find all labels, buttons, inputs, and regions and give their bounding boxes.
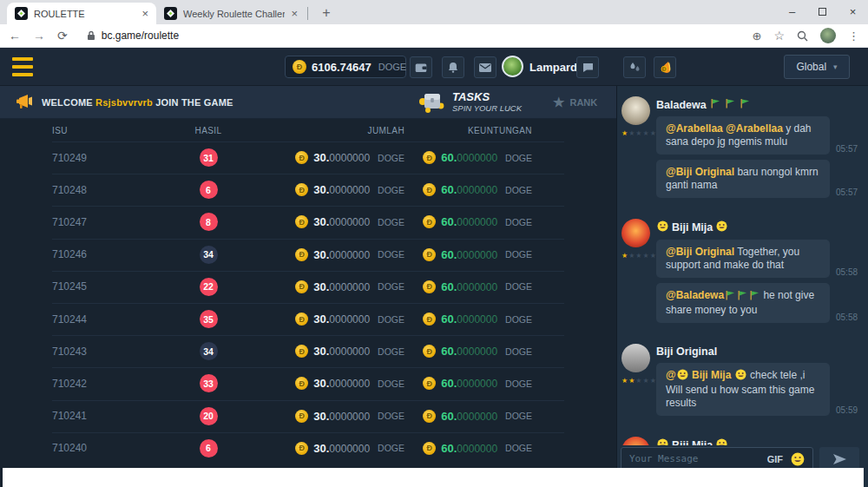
close-button[interactable]: × (838, 6, 868, 17)
chat-user-avatar[interactable] (621, 344, 650, 372)
balance-selector[interactable]: Ð 6106.74647 DOGE ▾ (285, 56, 406, 78)
search-icon[interactable] (797, 30, 808, 42)
site-favicon-icon (164, 7, 177, 20)
doge-coin-icon: Ð (423, 313, 436, 326)
roulette-result-ball: 35 (200, 310, 218, 328)
tasks-subtitle: SPIN YOUR LUCK (452, 103, 522, 113)
address-bar[interactable]: bc.game/roulette (80, 30, 740, 42)
rain-drops-icon (629, 62, 641, 73)
rain-button[interactable] (623, 56, 646, 78)
back-icon[interactable]: ← (9, 30, 21, 42)
round-id: 710242 (52, 378, 139, 390)
tab-title: Weekly Roulette Challenge - Win (183, 9, 285, 19)
chat-user-avatar[interactable] (621, 96, 650, 125)
welcome-prefix: WELCOME (42, 97, 93, 108)
doge-coin-icon: Ð (423, 280, 436, 293)
chat-username[interactable]: Biji Original (656, 346, 859, 358)
round-id: 710243 (52, 346, 139, 358)
tab-weekly-challenge[interactable]: Weekly Roulette Challenge - Win × (156, 3, 306, 24)
user-mention[interactable]: @Arabellaa (726, 122, 783, 135)
doge-coin-icon: Ð (295, 215, 308, 228)
chat-input-box[interactable]: GIF (621, 447, 813, 471)
flag-emoji (725, 98, 735, 111)
tab-roulette[interactable]: ROULETTE × (7, 3, 156, 24)
bet-amount: Ð30.0000000DOGE (278, 410, 404, 423)
table-row[interactable]: 710248 6 Ð30.0000000DOGE Ð60.0000000DOGE (0, 174, 616, 206)
maximize-button[interactable] (807, 6, 838, 17)
table-row[interactable]: 710245 22 Ð30.0000000DOGE Ð60.0000000DOG… (0, 271, 616, 303)
notifications-button[interactable] (442, 56, 464, 78)
roulette-result-ball: 31 (200, 148, 218, 167)
round-id: 710246 (52, 248, 139, 260)
user-mention[interactable]: @ (666, 369, 676, 381)
message-timestamp: 05:58 (836, 267, 858, 277)
doge-coin-icon: Ð (295, 248, 308, 261)
doge-coin-icon: Ð (423, 215, 436, 228)
table-row[interactable]: 710242 33 Ð30.0000000DOGE Ð60.0000000DOG… (0, 367, 616, 399)
chat-group: ★★★★★ Biji Mija @Biji Original Together,… (621, 219, 859, 328)
menu-hamburger-icon[interactable] (12, 57, 33, 76)
table-row[interactable]: 710243 34 Ð30.0000000DOGE Ð60.0000000DOG… (0, 335, 616, 367)
user-mention[interactable]: @Arabellaa (666, 122, 723, 135)
gif-button[interactable]: GIF (767, 454, 783, 464)
bet-profit: Ð60.0000000DOGE (404, 280, 532, 293)
send-message-button[interactable] (819, 447, 859, 471)
roulette-result-ball: 22 (200, 278, 218, 296)
doge-coin-icon: Ð (295, 442, 308, 455)
tab-close-icon[interactable]: × (291, 8, 298, 19)
menu-dots-icon[interactable]: ⋮ (848, 30, 859, 42)
doge-coin-icon: Ð (423, 345, 436, 358)
table-row[interactable]: 710246 34 Ð30.0000000DOGE Ð60.0000000DOG… (0, 239, 616, 271)
roulette-result-ball: 34 (200, 342, 218, 360)
table-row[interactable]: 710240 6 Ð30.0000000DOGE Ð60.0000000DOGE (0, 432, 616, 464)
round-id: 710248 (52, 184, 139, 196)
bookmark-star-icon[interactable]: ☆ (773, 30, 785, 42)
bet-profit: Ð60.0000000DOGE (404, 377, 532, 390)
bet-profit: Ð60.0000000DOGE (404, 183, 532, 196)
chat-user-avatar[interactable] (621, 219, 650, 247)
new-tab-button[interactable]: + (317, 3, 336, 23)
lock-icon (87, 30, 95, 41)
user-mention[interactable]: @Biji Original (666, 166, 734, 178)
column-header-profit: KEUNTUNGAN (404, 126, 532, 135)
bell-icon (448, 62, 458, 73)
chat-bubble-icon (582, 63, 594, 73)
chat-toggle-button[interactable] (576, 56, 599, 78)
doge-coin-icon: Ð (423, 183, 436, 196)
browser-profile-avatar[interactable] (820, 28, 836, 43)
chat-message-input[interactable] (629, 453, 760, 464)
coin-drop-button[interactable]: Ð (654, 56, 676, 78)
tasks-shortcut[interactable]: TASKS SPIN YOUR LUCK (418, 89, 522, 115)
roulette-result-ball: 20 (200, 407, 218, 425)
chat-username[interactable]: Biji Mija (656, 220, 859, 234)
doge-coin-icon: Ð (423, 410, 436, 423)
wallet-button[interactable] (410, 56, 432, 78)
chat-username[interactable]: Biji Mija (656, 438, 859, 445)
table-row[interactable]: 710247 8 Ð30.0000000DOGE Ð60.0000000DOGE (0, 206, 616, 238)
messages-button[interactable] (474, 56, 496, 78)
table-row[interactable]: 710249 31 Ð30.0000000DOGE Ð60.0000000DOG… (0, 141, 616, 174)
forward-icon[interactable]: → (33, 30, 45, 42)
reload-icon[interactable]: ⟳ (57, 30, 68, 42)
user-mention[interactable]: @Biji Original (666, 246, 734, 258)
chat-channel-select[interactable]: Global ▾ (784, 55, 850, 79)
results-table: 710249 31 Ð30.0000000DOGE Ð60.0000000DOG… (0, 141, 616, 464)
grin-emoji (716, 438, 727, 445)
user-avatar[interactable] (502, 56, 523, 77)
svg-text:Ð: Ð (661, 66, 666, 72)
chat-username[interactable]: Baladewa (656, 98, 859, 111)
chat-user-avatar[interactable] (621, 437, 650, 445)
tab-close-icon[interactable]: × (141, 8, 148, 19)
chevron-down-icon: ▾ (833, 63, 838, 71)
user-mention[interactable]: Biji Mija (689, 369, 734, 381)
circle-plus-icon[interactable]: ⊕ (753, 30, 762, 42)
user-mention[interactable]: @Baladewa (666, 289, 724, 301)
roulette-result-ball: 34 (200, 246, 218, 264)
round-id: 710249 (52, 152, 139, 164)
table-row[interactable]: 710241 20 Ð30.0000000DOGE Ð60.0000000DOG… (0, 400, 616, 432)
bet-profit: Ð60.0000000DOGE (404, 345, 532, 358)
table-row[interactable]: 710244 35 Ð30.0000000DOGE Ð60.0000000DOG… (0, 303, 616, 335)
rank-shortcut[interactable]: ★ RANK (553, 86, 597, 119)
minimize-button[interactable]: – (777, 6, 807, 17)
emoji-picker-icon[interactable] (791, 452, 805, 466)
